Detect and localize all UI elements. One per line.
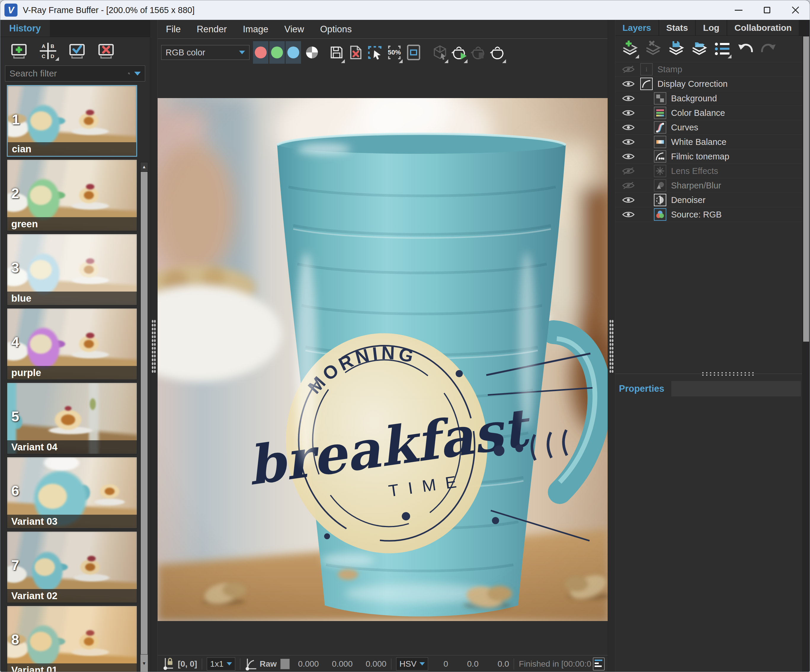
pixel-info-dropdown[interactable]: 1x1 [207,657,235,670]
mode-value-h: 0 [444,659,448,669]
history-item[interactable]: 7 Variant 02 [7,531,137,603]
color-mode-dropdown[interactable]: HSV [396,657,428,670]
layer-row-denoiser[interactable]: Denoiser [615,193,810,208]
filmic-tonemap-icon [654,150,666,163]
layer-row-filmic-tonemap[interactable]: Filmic tonemap [615,149,810,164]
close-icon [791,6,799,14]
save-to-history-button[interactable] [7,41,30,61]
history-item[interactable]: 8 Variant 01 [7,606,137,672]
left-splitter[interactable] [150,20,158,672]
history-item[interactable]: 4 purple [7,308,137,380]
history-item[interactable]: 6 Variant 03 [7,457,137,528]
load-layers-button[interactable] [689,39,709,59]
search-icon[interactable] [128,69,130,78]
splitter-handle-icon [152,319,156,373]
tab-history[interactable]: History [0,20,50,37]
visibility-on-icon[interactable] [622,210,635,219]
fit-to-window-button[interactable] [405,41,422,64]
history-item[interactable]: 2 green [7,159,137,231]
channel-select-dropdown[interactable]: RGB color [161,45,250,60]
close-button[interactable] [781,0,810,20]
remove-from-history-button[interactable] [94,41,118,61]
add-layer-button[interactable] [620,39,640,59]
scroll-up-icon[interactable]: ▲ [140,162,148,171]
maximize-button[interactable] [753,0,781,20]
green-channel-button[interactable] [269,41,285,64]
layers-scrollbar[interactable] [802,36,810,672]
save-layers-button[interactable] [666,39,686,59]
menu-image[interactable]: Image [243,24,268,35]
save-image-button[interactable] [328,41,346,64]
search-options-dropdown-icon[interactable] [134,72,141,76]
layer-row-lens-effects[interactable]: Lens Effects [615,164,810,178]
properties-empty-area [615,397,810,672]
tab-layers[interactable]: Layers [615,20,658,35]
menu-render[interactable]: Render [197,24,227,35]
layer-row-white-balance[interactable]: White Balance [615,135,810,149]
layer-row-curves[interactable]: Curves [615,120,810,135]
redo-button[interactable] [759,39,778,59]
layer-row-background[interactable]: Background [615,91,810,106]
layer-row-color-balance[interactable]: Color Balance [615,106,810,120]
layer-row-source-rgb[interactable]: Source: RGB [615,208,810,222]
tab-stats[interactable]: Stats [659,20,695,35]
visibility-on-icon[interactable] [622,94,635,103]
visibility-on-icon[interactable] [622,79,635,88]
render-canvas[interactable]: MORNING breakfast TIME [158,66,608,655]
render-button[interactable] [451,41,468,64]
visibility-off-icon[interactable] [622,65,635,74]
layer-row-stamp[interactable]: i Stamp [615,62,810,77]
vray-logo-icon: V [5,3,17,17]
history-item-label: green [7,217,137,231]
right-splitter[interactable] [608,20,615,672]
delete-layer-button[interactable] [643,39,663,59]
menu-file[interactable]: File [166,24,181,35]
ab-compare-button[interactable]: A B C D [36,41,59,61]
minimize-button[interactable] [724,0,753,20]
rendered-image[interactable]: MORNING breakfast TIME [158,98,608,621]
render-interactive-button[interactable] [489,41,506,64]
visibility-off-icon[interactable] [622,167,635,176]
scrollbar-thumb[interactable] [803,36,809,342]
open-log-icon[interactable] [593,657,605,670]
visibility-on-icon[interactable] [622,152,635,161]
visibility-on-icon[interactable] [622,137,635,146]
history-item[interactable]: 1 cian [7,85,137,157]
visibility-on-icon[interactable] [622,123,635,132]
search-input[interactable] [5,68,128,79]
pixel-probe-icon[interactable] [162,657,174,670]
tab-log[interactable]: Log [696,20,726,35]
tab-properties[interactable]: Properties [619,383,664,394]
alpha-channel-button[interactable] [304,41,320,64]
layer-row-sharpen-blur[interactable]: Sharpen/Blur [615,178,810,193]
history-scrollbar[interactable]: ▲ ▼ [140,162,148,672]
isolate-select-button[interactable] [431,41,449,64]
undo-icon [737,42,754,56]
render-last-button[interactable] [469,41,488,64]
history-item[interactable]: 5 Variant 04 [7,383,137,454]
mode-value-v: 0.0 [498,659,509,669]
layers-menu-button[interactable] [712,39,732,59]
scrollbar-thumb[interactable] [141,172,148,672]
menu-view[interactable]: View [284,24,304,35]
zoom-level-label: 50% [388,49,401,56]
region-render-button[interactable] [366,41,384,64]
red-channel-button[interactable] [253,41,268,64]
properties-splitter[interactable] [615,374,810,380]
undo-button[interactable] [736,39,755,59]
visibility-off-icon[interactable] [622,181,635,190]
visibility-on-icon[interactable] [622,196,635,204]
tab-collaboration[interactable]: Collaboration [727,20,799,35]
visibility-on-icon[interactable] [622,108,635,117]
remove-cross-icon [97,43,115,59]
set-compare-button[interactable] [66,41,89,61]
sampled-color-swatch [280,658,290,669]
history-item-label: Variant 01 [7,664,137,672]
menu-options[interactable]: Options [320,24,352,35]
clear-image-button[interactable] [347,41,365,64]
history-item[interactable]: 3 blue [7,234,137,306]
scroll-down-icon[interactable]: ▼ [140,654,148,672]
zoom-50-percent-button[interactable]: 50% [385,41,403,64]
layer-row-display-correction[interactable]: Display Correction [615,77,810,91]
blue-channel-button[interactable] [285,41,301,64]
